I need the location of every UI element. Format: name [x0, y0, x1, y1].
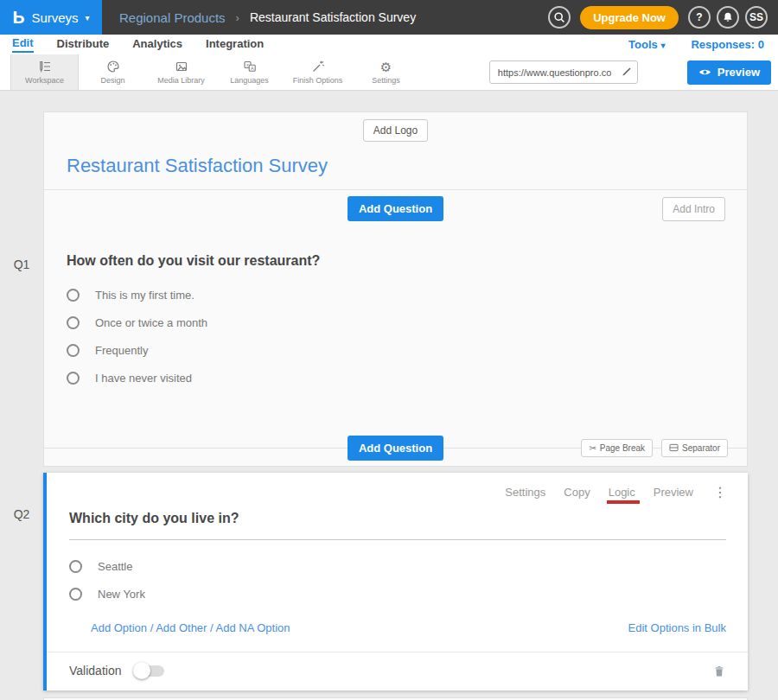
slash-separator: / — [207, 621, 215, 634]
question-mark-icon: ? — [696, 11, 702, 23]
radio-button[interactable] — [67, 289, 80, 302]
option-label[interactable]: Frequently — [95, 344, 148, 357]
answer-option: Frequently — [67, 344, 724, 357]
scissors-icon: ✂ — [589, 443, 596, 453]
question-settings-action[interactable]: Settings — [505, 486, 545, 499]
tab-integration[interactable]: Integration — [206, 37, 264, 52]
delete-question-button[interactable] — [713, 665, 725, 678]
radio-button[interactable] — [69, 560, 82, 573]
svg-text:A: A — [251, 66, 254, 71]
avatar[interactable]: SS — [745, 6, 768, 29]
help-button[interactable]: ? — [688, 6, 711, 29]
tab-analytics[interactable]: Analytics — [132, 37, 182, 52]
radio-button[interactable] — [67, 344, 80, 357]
logic-label: Logic — [609, 486, 635, 499]
toolbar-tab-design[interactable]: Design — [79, 54, 147, 90]
question-q1: How often do you visit our restaurant? T… — [44, 227, 747, 409]
add-question-row-mid: Add Question ✂ Page Break Separator — [44, 430, 747, 466]
share-url-input[interactable] — [490, 67, 616, 78]
page-break-label: Page Break — [600, 443, 645, 453]
add-logo-button[interactable]: Add Logo — [363, 119, 428, 142]
option-label[interactable]: This is my first time. — [95, 289, 194, 302]
toolbar-tab-label: Media Library — [157, 76, 205, 85]
edit-url-button[interactable] — [616, 60, 637, 84]
avatar-initials: SS — [749, 11, 763, 23]
toolbar-tab-label: Finish Options — [293, 76, 343, 85]
question-text[interactable]: Which city do you live in? — [69, 504, 726, 540]
pencil-icon — [621, 67, 632, 78]
product-menu-label: Surveys — [31, 10, 78, 25]
validation-toggle[interactable] — [135, 665, 164, 677]
chevron-down-icon: ▾ — [86, 13, 90, 22]
toolbar-tab-languages[interactable]: xA Languages — [215, 54, 284, 90]
option-label[interactable]: I have never visited — [95, 372, 192, 385]
topbar-right: Upgrade Now ? SS — [548, 6, 778, 29]
design-palette-icon — [106, 60, 120, 73]
radio-button[interactable] — [69, 588, 82, 601]
toolbar-tab-workspace[interactable]: Workspace — [10, 54, 79, 90]
question-logic-action[interactable]: Logic — [609, 486, 635, 499]
insert-controls: ✂ Page Break Separator — [581, 439, 728, 457]
breadcrumb-folder[interactable]: Regional Products — [119, 10, 226, 25]
add-intro-button[interactable]: Add Intro — [662, 197, 725, 221]
survey-title[interactable]: Restaurant Satisfaction Survey — [44, 142, 747, 189]
workspace-icon — [38, 60, 52, 73]
toolbar-tab-settings[interactable]: ⚙ Settings — [352, 54, 420, 90]
separator-button[interactable]: Separator — [661, 439, 728, 457]
radio-button[interactable] — [67, 316, 80, 329]
tab-distribute[interactable]: Distribute — [57, 37, 110, 52]
option-label[interactable]: New York — [98, 588, 145, 601]
answer-option: This is my first time. — [67, 289, 724, 302]
magic-wand-icon — [311, 60, 325, 73]
answer-option: Once or twice a month — [67, 316, 724, 329]
radio-button[interactable] — [67, 372, 80, 385]
option-label[interactable]: Once or twice a month — [95, 316, 207, 329]
add-question-button[interactable]: Add Question — [348, 436, 443, 461]
kebab-menu-icon[interactable]: ⋮ — [711, 487, 729, 499]
question-text[interactable]: How often do you visit our restaurant? — [67, 253, 724, 269]
languages-icon: xA — [243, 60, 257, 73]
add-option-link[interactable]: Add Option — [91, 621, 147, 634]
question-q2: Which city do you live in? Seattle New Y… — [47, 499, 748, 652]
question-actions: Settings Copy Logic Preview ⋮ — [47, 473, 748, 499]
search-button[interactable] — [548, 6, 571, 29]
breadcrumb-separator-icon: › — [236, 11, 239, 24]
subnav: Edit Distribute Analytics Integration To… — [0, 35, 778, 54]
survey-workspace: Q1 Q2 Add Logo Restaurant Satisfaction S… — [0, 91, 778, 700]
page-break-button[interactable]: ✂ Page Break — [581, 439, 653, 457]
separator-icon — [669, 443, 679, 452]
chevron-down-icon: ▾ — [660, 41, 665, 50]
product-menu[interactable]: P Surveys ▾ — [0, 0, 102, 35]
option-links-row: Add Option / Add Other / Add NA Option E… — [69, 621, 726, 652]
tab-edit[interactable]: Edit — [12, 36, 34, 53]
toolbar-tab-media-library[interactable]: Media Library — [147, 54, 215, 90]
breadcrumb: Regional Products › Restaurant Satisfact… — [119, 10, 416, 25]
toolbar-tab-label: Workspace — [25, 76, 64, 85]
search-icon — [553, 11, 565, 23]
add-na-option-link[interactable]: Add NA Option — [216, 621, 290, 634]
preview-label: Preview — [717, 66, 760, 79]
option-label[interactable]: Seattle — [98, 560, 132, 573]
question-number-q2: Q2 — [0, 507, 43, 521]
upgrade-now-button[interactable]: Upgrade Now — [580, 6, 679, 29]
notifications-button[interactable] — [717, 6, 739, 29]
tools-label: Tools — [628, 38, 658, 51]
logic-underline-annotation — [607, 500, 640, 504]
subnav-right: Tools ▾ Responses: 0 — [628, 38, 778, 51]
preview-button[interactable]: Preview — [687, 60, 771, 85]
add-other-link[interactable]: Add Other — [156, 621, 207, 634]
trash-icon — [713, 665, 725, 678]
question-copy-action[interactable]: Copy — [564, 486, 590, 499]
edit-options-in-bulk-link[interactable]: Edit Options in Bulk — [628, 621, 726, 634]
tools-menu[interactable]: Tools ▾ — [628, 38, 665, 51]
validation-label: Validation — [69, 664, 121, 678]
add-logo-row: Add Logo — [44, 112, 747, 142]
question-card-q2: Settings Copy Logic Preview ⋮ Which city… — [43, 473, 748, 690]
toolbar-tab-label: Settings — [372, 76, 400, 85]
svg-text:x: x — [246, 62, 249, 67]
media-library-icon — [175, 60, 188, 73]
toolbar-tab-finish-options[interactable]: Finish Options — [284, 54, 352, 90]
share-url-field — [489, 60, 638, 84]
add-question-button[interactable]: Add Question — [348, 196, 443, 221]
question-preview-action[interactable]: Preview — [654, 486, 693, 499]
